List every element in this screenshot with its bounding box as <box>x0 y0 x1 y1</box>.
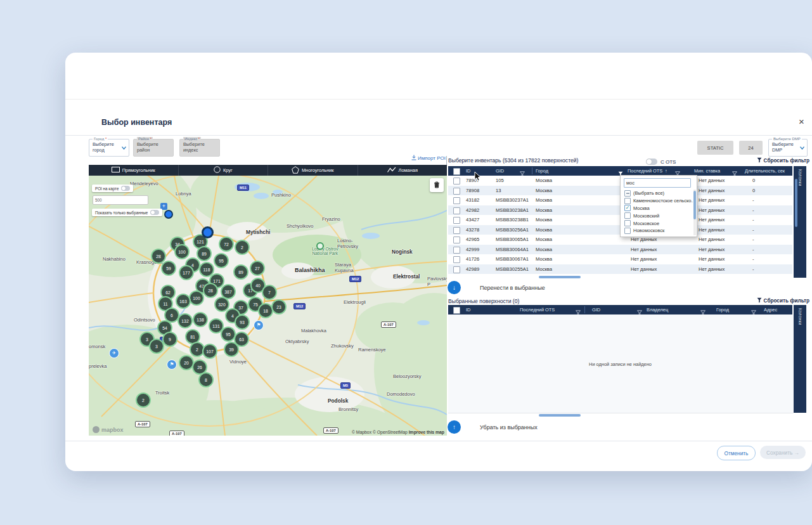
option-checkbox[interactable] <box>624 190 631 197</box>
option-checkbox[interactable]: ✓ <box>624 205 631 211</box>
map-cluster[interactable]: 3 <box>149 339 164 354</box>
map-flag-marker-icon[interactable]: ⚑ <box>167 360 177 370</box>
reset-filter-selected[interactable]: Сбросить фильтр <box>714 297 809 304</box>
map-tool-polyline[interactable]: Ломаная <box>358 165 448 176</box>
dropdown-option[interactable]: Каменномостское сельско... <box>621 197 693 205</box>
select-all-checkbox[interactable] <box>453 168 460 175</box>
row-checkbox[interactable] <box>453 207 460 214</box>
row-checkbox[interactable] <box>453 178 460 185</box>
row-checkbox[interactable] <box>453 188 460 195</box>
window-dot-yellow-icon[interactable] <box>103 72 114 82</box>
city-select[interactable]: Город * Выберите город <box>89 139 129 157</box>
improve-map-link[interactable]: Improve this map <box>409 430 444 434</box>
reset-filter-inventory[interactable]: Сбросить фильтр <box>714 157 809 164</box>
dropdown-option[interactable]: Московское <box>621 219 693 227</box>
map-cluster[interactable]: 27 <box>250 261 265 276</box>
row-checkbox[interactable] <box>453 237 460 243</box>
map-tool-circle[interactable]: Круг <box>179 165 269 176</box>
column-duration[interactable]: Длительность, сек <box>745 166 785 176</box>
map-cluster[interactable]: 7 <box>262 285 277 300</box>
close-icon[interactable]: × <box>799 117 804 126</box>
column-address[interactable]: Адрес <box>764 305 777 314</box>
map-cluster[interactable]: 107 <box>202 344 217 359</box>
table-row[interactable]: 43402MSBB30255B1МоскваНет данныхНет данн… <box>448 274 792 275</box>
map-tool-polygon[interactable]: Многоугольник <box>268 165 358 176</box>
dropdown-option[interactable]: ✓Москва <box>621 205 693 212</box>
map-cluster[interactable]: 2 <box>235 240 250 255</box>
delete-shape-button[interactable] <box>430 178 444 192</box>
move-to-selected-button[interactable]: ↓ Перенести в выбранные <box>448 281 545 294</box>
table-row[interactable]: 42989MSBB30255A1МоскваНет данныхНет данн… <box>448 264 792 275</box>
mapbox-logo[interactable]: mapbox <box>93 426 124 433</box>
column-city[interactable]: Город <box>716 305 729 314</box>
dropdown-search-input[interactable] <box>624 178 691 188</box>
column-last-ots[interactable]: Последний OTS <box>628 166 662 176</box>
map-cluster[interactable]: 2 <box>136 392 151 408</box>
sort-asc-icon[interactable]: ↑ <box>665 166 667 176</box>
map-dot-big-marker-icon[interactable] <box>202 226 214 238</box>
dropdown-option[interactable]: Новомосковск <box>621 227 693 235</box>
row-checkbox[interactable] <box>453 247 460 254</box>
map-cluster[interactable]: 9 <box>162 332 177 347</box>
option-checkbox[interactable] <box>624 228 631 234</box>
column-id[interactable]: ID <box>466 305 470 314</box>
ots-toggle[interactable] <box>646 159 657 165</box>
import-poi-link[interactable]: Импорт POI <box>382 155 446 161</box>
select-all-checkbox[interactable] <box>453 307 460 314</box>
window-dot-green-icon[interactable] <box>121 72 132 82</box>
map-cluster[interactable]: 132 <box>177 313 193 328</box>
column-min-rate[interactable]: Мин. ставка <box>694 166 720 176</box>
map-cluster[interactable]: 89 <box>197 246 212 261</box>
column-gid[interactable]: GID <box>592 305 600 314</box>
cancel-button[interactable]: Отменить <box>717 446 756 460</box>
inventory-vscrollbar[interactable] <box>795 179 797 227</box>
row-checkbox[interactable] <box>453 256 460 263</box>
column-id[interactable]: ID <box>466 166 470 176</box>
row-checkbox[interactable] <box>453 217 460 224</box>
columns-tab-inventory[interactable]: Колонки <box>794 166 806 278</box>
map-flag-marker-icon[interactable]: ⚑ <box>254 320 264 330</box>
row-checkbox[interactable] <box>453 197 460 204</box>
map-cluster[interactable]: 59 <box>161 261 176 276</box>
map-cluster[interactable]: 23 <box>271 299 287 314</box>
dropdown-scrollbar[interactable] <box>693 190 696 235</box>
inventory-hscrollbar[interactable] <box>539 276 581 278</box>
map-park-marker-icon[interactable] <box>316 242 324 250</box>
map-dot-marker-icon[interactable] <box>164 210 173 219</box>
dmp-select[interactable]: Выберите DMP Выберите DMP <box>768 139 808 157</box>
map-cluster[interactable]: 89 <box>233 264 248 280</box>
index-select[interactable]: Индекс * Выберите индекс <box>179 139 220 157</box>
map-cluster[interactable]: 163 <box>176 294 191 309</box>
map-cluster[interactable]: 100 <box>189 290 204 306</box>
map-cluster[interactable]: 93 <box>235 314 250 330</box>
table-row[interactable]: 42999MSBB30064A1МоскваНет данныхНет данн… <box>448 245 792 255</box>
column-city[interactable]: Город <box>536 166 548 176</box>
map-cluster[interactable]: 39 <box>224 342 239 357</box>
poi-radius-input[interactable] <box>93 195 148 205</box>
map-plane-marker-icon[interactable]: ✈ <box>109 348 119 358</box>
option-checkbox[interactable] <box>624 220 631 226</box>
map-cluster[interactable]: 95 <box>214 253 229 268</box>
map-cluster[interactable]: 100 <box>174 244 190 259</box>
column-gid[interactable]: GID <box>496 166 504 176</box>
column-owner[interactable]: Владелец <box>647 305 668 314</box>
district-select[interactable]: Район * Выберите район <box>133 139 174 157</box>
map-cluster[interactable]: 72 <box>219 237 234 252</box>
option-checkbox[interactable] <box>624 198 631 204</box>
dropdown-option[interactable]: Московский <box>621 212 693 219</box>
option-checkbox[interactable] <box>624 212 631 219</box>
duration-field[interactable]: 24 <box>739 141 763 155</box>
map-tool-rectangle[interactable]: Прямоугольник <box>89 165 179 176</box>
map-cluster[interactable]: 177 <box>179 265 194 280</box>
map-cluster[interactable]: 28 <box>203 283 218 298</box>
show-only-selected-toggle[interactable] <box>150 210 159 215</box>
columns-tab-selected[interactable]: Колонки <box>794 305 806 413</box>
poi-on-map-toggle[interactable] <box>121 186 130 191</box>
remove-from-selected-button[interactable]: ↑ Убрать из выбранных <box>448 420 538 434</box>
column-last-ots[interactable]: Последний OTS <box>520 305 555 314</box>
map-cluster[interactable]: 138 <box>193 312 208 327</box>
save-button[interactable]: Сохранить → <box>760 446 806 459</box>
table-row[interactable]: 41726MSBB30067A1МоскваНет данныхНет данн… <box>448 254 792 264</box>
row-checkbox[interactable] <box>453 227 460 234</box>
window-dot-red-icon[interactable] <box>86 72 96 82</box>
